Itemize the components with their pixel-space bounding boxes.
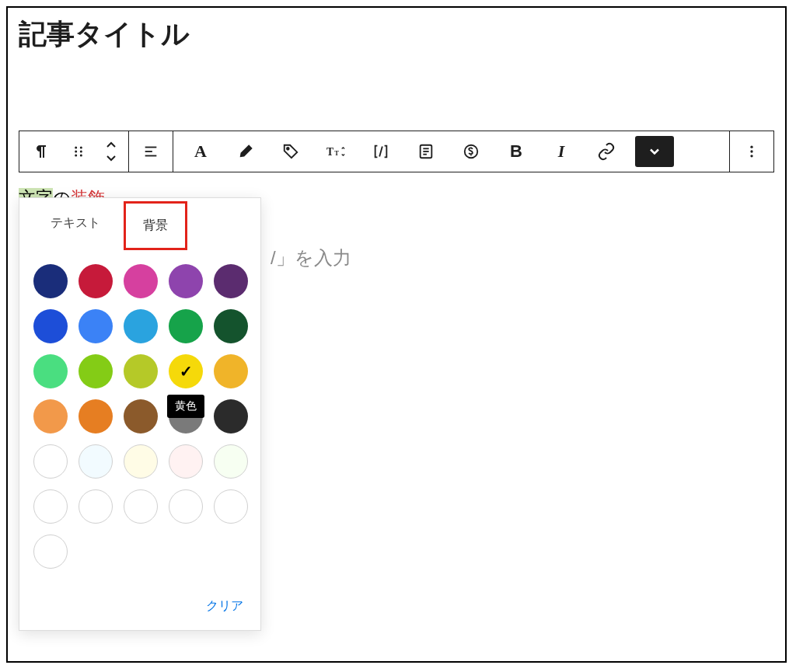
color-swatch[interactable] — [79, 444, 113, 479]
toolbar-group-options — [730, 131, 773, 172]
shortcode-icon[interactable] — [361, 133, 400, 170]
color-swatch[interactable] — [79, 309, 113, 343]
color-swatch[interactable] — [214, 444, 248, 479]
tab-background[interactable]: 背景 — [124, 201, 187, 250]
svg-point-4 — [75, 155, 77, 157]
color-swatch[interactable] — [214, 399, 248, 433]
color-swatch[interactable] — [214, 264, 248, 298]
color-swatch[interactable] — [124, 264, 158, 298]
svg-point-3 — [80, 151, 82, 153]
svg-line-12 — [379, 147, 382, 157]
more-dropdown-button[interactable] — [635, 136, 674, 167]
color-swatch[interactable] — [214, 354, 248, 388]
svg-point-18 — [750, 146, 752, 148]
font-size-icon[interactable]: TT — [316, 133, 355, 170]
color-swatch[interactable] — [124, 399, 158, 433]
color-swatch[interactable] — [169, 309, 203, 343]
svg-text:T: T — [326, 146, 333, 158]
color-swatch[interactable] — [33, 309, 68, 343]
color-swatch[interactable] — [33, 399, 68, 433]
color-swatch[interactable] — [124, 309, 158, 343]
color-swatch[interactable] — [33, 444, 68, 479]
svg-text:T: T — [334, 149, 339, 157]
svg-point-1 — [80, 147, 82, 149]
toolbar-group-align — [129, 131, 173, 172]
block-toolbar: A TT B I — [19, 131, 774, 172]
editor-content[interactable]: 文字の装飾 /」を入力 テキスト 背景 — [8, 172, 785, 224]
color-swatch[interactable] — [79, 264, 113, 298]
note-box-icon[interactable] — [407, 133, 445, 170]
svg-point-9 — [287, 148, 289, 150]
toolbar-group-format: A TT B I — [173, 131, 730, 172]
color-swatch[interactable] — [33, 264, 68, 298]
color-swatch[interactable] — [214, 309, 248, 343]
page-title[interactable]: 記事タイトル — [8, 8, 785, 57]
link-icon[interactable] — [587, 133, 626, 170]
svg-point-20 — [750, 155, 752, 157]
move-updown-icon[interactable] — [97, 133, 125, 170]
color-swatch[interactable] — [169, 264, 203, 298]
color-swatch[interactable] — [169, 489, 203, 524]
toolbar-group-block — [19, 131, 129, 172]
paragraph-icon[interactable] — [23, 133, 60, 170]
color-swatch[interactable] — [124, 354, 158, 388]
italic-button[interactable]: I — [542, 133, 581, 170]
tab-text[interactable]: テキスト — [33, 201, 117, 250]
color-swatch[interactable] — [169, 444, 203, 479]
svg-point-0 — [75, 147, 77, 149]
tag-icon[interactable] — [271, 133, 310, 170]
bold-button[interactable]: B — [497, 133, 536, 170]
color-popover: テキスト 背景 ✓ — [19, 197, 261, 631]
highlight-icon[interactable] — [226, 133, 265, 170]
options-menu-icon[interactable] — [733, 133, 770, 170]
color-swatch[interactable] — [33, 534, 68, 569]
block-placeholder: /」を入力 — [271, 245, 351, 270]
color-tooltip: 黄色 — [167, 395, 204, 418]
svg-point-2 — [75, 151, 77, 153]
drag-handle-icon[interactable] — [60, 133, 97, 170]
check-icon: ✓ — [180, 362, 193, 381]
color-swatch-with-tooltip[interactable]: 黄色 — [169, 399, 203, 433]
color-swatch-grid: ✓ 黄色 — [19, 250, 260, 575]
color-swatch[interactable] — [124, 489, 158, 524]
color-swatch[interactable] — [79, 489, 113, 524]
color-swatch[interactable] — [79, 354, 113, 388]
color-swatch[interactable] — [214, 489, 248, 524]
svg-point-5 — [80, 155, 82, 157]
editor-frame: 記事タイトル A T — [6, 6, 787, 663]
color-swatch[interactable] — [33, 489, 68, 524]
color-swatch[interactable] — [124, 444, 158, 479]
clear-color-button[interactable]: クリア — [19, 575, 260, 621]
color-swatch-selected[interactable]: ✓ — [169, 354, 203, 388]
svg-point-19 — [750, 150, 752, 152]
align-icon[interactable] — [132, 133, 169, 170]
color-tabs: テキスト 背景 — [19, 198, 260, 250]
currency-icon[interactable] — [452, 133, 491, 170]
color-swatch[interactable] — [33, 354, 68, 388]
color-swatch[interactable] — [79, 399, 113, 433]
text-color-icon[interactable]: A — [181, 133, 220, 170]
